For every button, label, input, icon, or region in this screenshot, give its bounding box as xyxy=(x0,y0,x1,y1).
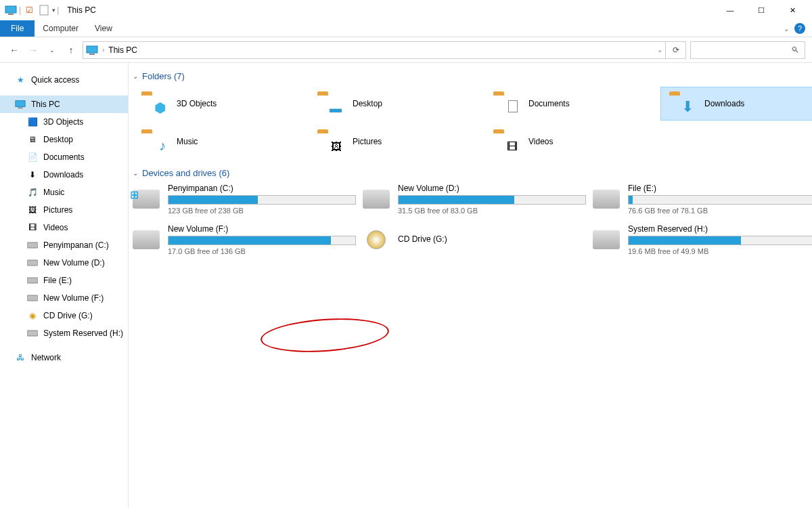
window-controls: — ☐ ✕ xyxy=(715,0,808,20)
address-bar: ← → ⌄ ↑ › This PC ⌄ ⟳ 🔍︎ xyxy=(0,37,812,63)
drive-icon xyxy=(27,257,38,268)
ribbon: File Computer View ⌄ ? xyxy=(0,20,812,37)
breadcrumb-thispc[interactable]: This PC xyxy=(108,45,137,55)
folder-icon: 🖼 xyxy=(27,205,38,215)
back-button[interactable]: ← xyxy=(7,43,22,58)
quick-access-toolbar: | ☑ ▾ | xyxy=(4,3,59,17)
folder-item[interactable]: 🎞Videos xyxy=(484,125,660,158)
svg-rect-7 xyxy=(27,242,38,248)
address-dropdown-icon[interactable]: ⌄ xyxy=(657,46,662,54)
drive-icon: ⊞ xyxy=(133,190,160,209)
folder-item[interactable]: ▬Desktop xyxy=(309,87,484,121)
sidebar-this-pc[interactable]: This PC xyxy=(0,96,128,113)
drive-item[interactable]: New Volume (D:)31.5 GB free of 83.0 GB xyxy=(363,184,586,215)
folder-icon: ⬇ xyxy=(27,169,38,180)
document-icon[interactable] xyxy=(37,3,51,17)
folder-icon: 🖼 xyxy=(316,128,343,155)
sidebar-item[interactable]: File (E:) xyxy=(0,272,128,289)
folder-label: Desktop xyxy=(353,99,382,108)
svg-rect-5 xyxy=(16,101,25,107)
sidebar-item[interactable]: 🎵Music xyxy=(0,184,128,201)
folder-icon: 🟦 xyxy=(27,117,38,127)
folder-icon xyxy=(492,90,519,117)
file-tab[interactable]: File xyxy=(0,20,35,37)
drive-icon xyxy=(593,230,620,249)
help-icon[interactable]: ? xyxy=(794,23,805,34)
close-button[interactable]: ✕ xyxy=(777,0,808,20)
ribbon-collapse-icon[interactable]: ⌄ xyxy=(784,25,789,33)
divider-icon: | xyxy=(19,5,21,15)
sidebar-item[interactable]: 🟦3D Objects xyxy=(0,113,128,131)
divider-icon: | xyxy=(57,5,59,15)
sidebar-item[interactable]: ⬇Downloads xyxy=(0,166,128,184)
folder-label: Pictures xyxy=(353,137,382,146)
drive-icon xyxy=(27,293,38,303)
sidebar-item[interactable]: New Volume (D:) xyxy=(0,254,128,272)
folder-item[interactable]: Documents xyxy=(484,87,660,121)
drive-icon xyxy=(363,190,390,209)
qat-dropdown-icon[interactable]: ▾ xyxy=(52,7,55,14)
usage-bar xyxy=(168,195,356,205)
svg-rect-11 xyxy=(27,331,38,336)
folder-label: Documents xyxy=(528,99,570,108)
refresh-button[interactable]: ⟳ xyxy=(666,41,686,59)
forward-button[interactable]: → xyxy=(26,43,41,58)
address-path[interactable]: › This PC ⌄ xyxy=(83,41,666,59)
computer-tab[interactable]: Computer xyxy=(35,20,87,37)
annotation-circle xyxy=(260,314,390,356)
sidebar-item[interactable]: ◉CD Drive (G:) xyxy=(0,307,128,324)
drive-item[interactable]: ⊞Penyimpanan (C:)123 GB free of 238 GB xyxy=(133,184,356,215)
recent-dropdown[interactable]: ⌄ xyxy=(45,43,60,58)
usage-bar xyxy=(398,195,586,205)
chevron-down-icon: ⌄ xyxy=(133,169,138,177)
svg-rect-8 xyxy=(27,260,38,266)
drive-item[interactable]: File (E:)76.6 GB free of 78.1 GB xyxy=(593,184,812,215)
search-icon: 🔍︎ xyxy=(791,45,799,55)
drive-item[interactable]: CD Drive (G:) xyxy=(363,224,586,255)
minimize-button[interactable]: — xyxy=(715,0,746,20)
up-button[interactable]: ↑ xyxy=(64,43,78,58)
drive-item[interactable]: System Reserved (H:)19.6 MB free of 49.9… xyxy=(593,224,812,255)
drives-header[interactable]: ⌄ Devices and drives (6) xyxy=(133,168,808,178)
chevron-right-icon[interactable]: › xyxy=(102,46,104,54)
star-icon: ★ xyxy=(15,75,26,85)
svg-rect-2 xyxy=(40,5,48,15)
drive-item[interactable]: New Volume (F:)17.0 GB free of 136 GB xyxy=(133,224,356,255)
folder-label: Music xyxy=(177,137,198,146)
sidebar-item[interactable]: 🖼Pictures xyxy=(0,201,128,219)
pc-icon xyxy=(4,3,18,17)
svg-rect-9 xyxy=(27,278,38,283)
svg-rect-6 xyxy=(18,107,22,108)
svg-rect-10 xyxy=(27,295,38,301)
pc-icon xyxy=(86,45,98,55)
sidebar-item[interactable]: 🖥Desktop xyxy=(0,131,128,148)
sidebar-item[interactable]: 📄Documents xyxy=(0,148,128,166)
drive-icon xyxy=(593,190,620,209)
sidebar-item[interactable]: Penyimpanan (C:) xyxy=(0,236,128,254)
cd-icon: ◉ xyxy=(27,310,38,321)
folder-label: Videos xyxy=(528,137,553,146)
folder-icon: ♪ xyxy=(140,128,167,155)
folder-icon: 📄 xyxy=(27,152,38,163)
folder-icon: 🎵 xyxy=(27,187,38,198)
folder-item[interactable]: 🖼Pictures xyxy=(309,125,484,158)
folders-header[interactable]: ⌄ Folders (7) xyxy=(133,71,808,81)
content-area: ⌄ Folders (7) ⬢3D Objects▬DesktopDocumen… xyxy=(129,63,812,508)
sidebar-item[interactable]: New Volume (F:) xyxy=(0,289,128,307)
svg-rect-3 xyxy=(87,46,97,53)
view-tab[interactable]: View xyxy=(87,20,120,37)
pc-icon xyxy=(15,99,26,110)
sidebar-quick-access[interactable]: ★ Quick access xyxy=(0,71,128,89)
sidebar-item[interactable]: System Reserved (H:) xyxy=(0,324,128,342)
drive-label: File (E:) xyxy=(628,184,812,193)
folder-item[interactable]: ⬇Downloads xyxy=(660,87,812,121)
folder-item[interactable]: ⬢3D Objects xyxy=(133,87,309,121)
sidebar-item[interactable]: 🎞Videos xyxy=(0,219,128,236)
sidebar-network[interactable]: 🖧 Network xyxy=(0,349,128,366)
folder-item[interactable]: ♪Music xyxy=(133,125,309,158)
maximize-button[interactable]: ☐ xyxy=(746,0,777,20)
search-input[interactable]: 🔍︎ xyxy=(690,41,805,59)
folder-icon: ⬢ xyxy=(140,90,167,117)
network-icon: 🖧 xyxy=(15,352,26,363)
checkbox-icon[interactable]: ☑ xyxy=(22,3,36,17)
